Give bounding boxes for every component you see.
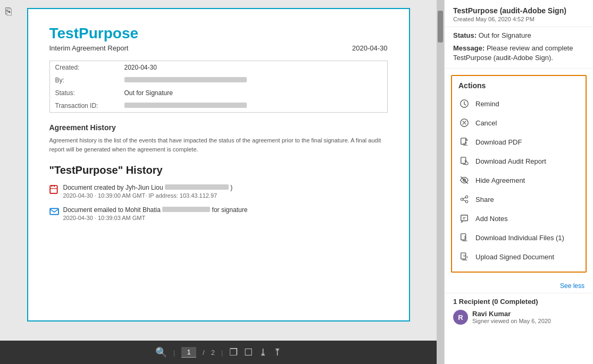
status-row: Status: Out for Signature [445,27,593,41]
svg-rect-11 [461,215,468,221]
history-item-1: Document created by Jyh-Jiun Liou ) 2020… [63,184,233,199]
recipient-name: Ravi Kumar [472,310,551,318]
remind-action[interactable]: Remind [452,94,586,113]
history-item-2-content: Document emailed to Mohit Bhatia for sig… [63,206,248,221]
history-item-2: Document emailed to Mohit Bhatia for sig… [49,206,388,221]
download-pdf-action[interactable]: Download PDF [452,132,586,151]
upload-signed-label: Upload Signed Document [475,253,554,261]
created-value: 2020-04-30 [119,61,387,74]
download-pdf-label: Download PDF [475,138,522,146]
meta-by-row: By: [50,74,387,87]
recipient-info: Ravi Kumar Signer viewed on May 6, 2020 [472,310,551,324]
remind-label: Remind [475,100,499,108]
right-panel: TestPurpose (audit-Adobe Sign) Created M… [444,0,593,364]
created-label: Created: [50,61,119,74]
actions-title: Actions [452,81,586,94]
page-input[interactable] [181,347,196,358]
doc-date: 2020-04-30 [352,44,388,52]
history-1-end: ) [230,184,232,191]
document-viewer: ⎘ TestPurpose Interim Agreement Report 2… [0,0,437,364]
svg-rect-0 [50,185,57,193]
message-row: Message: Please review and complete Test… [445,41,593,69]
by-value [119,74,387,87]
download-audit-action[interactable]: Download Audit Report [452,151,586,171]
fit-width-icon[interactable]: ☐ [244,346,253,358]
status-value: Out for Signature [119,87,387,99]
cancel-icon [458,117,470,129]
svg-point-10 [461,198,463,201]
page-total: / [203,349,205,357]
doc-created-icon [49,184,59,194]
share-icon [458,193,470,205]
history-2-date: 2020-04-30 · 10:39:03 AM GMT [63,215,248,221]
hide-icon [458,174,470,186]
add-notes-action[interactable]: Add Notes [452,209,586,228]
meta-status-row: Status: Out for Signature [50,87,387,99]
recipient-item: R Ravi Kumar Signer viewed on May 6, 202… [453,310,584,325]
fit-page-icon[interactable]: ❐ [229,346,238,358]
doc-created-date: Created May 06, 2020 4:52 PM [453,16,584,22]
copy-icon: ⎘ [5,5,12,18]
recipient-count: 1 Recipient (0 Completed) [453,298,584,306]
cancel-label: Cancel [475,119,497,127]
status-label: Status: [50,87,119,99]
svg-rect-4 [461,138,466,145]
history-2-text-end: for signature [212,206,248,214]
history-2-text-start: Document emailed to Mohit Bhatia [63,206,163,214]
toolbar-divider-2: | [221,349,223,357]
doc-page: TestPurpose Interim Agreement Report 202… [27,8,410,321]
doc-toolbar: 🔍 | / 2 | ❐ ☐ ⤓ ⤒ [0,341,437,364]
download-individual-icon [458,232,470,243]
download-audit-label: Download Audit Report [475,157,546,165]
scrollbar[interactable] [437,0,444,364]
toolbar-divider-1: | [173,349,175,357]
message-label: Message: [453,44,485,52]
hide-action[interactable]: Hide Agreement [452,171,586,190]
actions-panel: Actions Remind Cancel Download PDF [451,75,587,273]
notes-icon [458,213,470,224]
svg-point-6 [465,162,468,165]
history-item: Document created by Jyh-Jiun Liou ) 2020… [49,184,388,199]
recipient-section: 1 Recipient (0 Completed) R Ravi Kumar S… [445,293,593,329]
print-icon[interactable]: ⤒ [273,346,281,358]
status-value: Out for Signature [479,31,531,39]
svg-rect-1 [50,208,59,214]
right-panel-header: TestPurpose (audit-Adobe Sign) Created M… [445,0,593,27]
svg-point-8 [465,196,468,199]
transaction-label: Transaction ID: [50,99,119,112]
add-notes-label: Add Notes [475,215,508,223]
upload-signed-action[interactable]: Upload Signed Document [452,247,586,266]
history-2-redacted [162,207,210,212]
doc-scroll-area: ⎘ TestPurpose Interim Agreement Report 2… [0,0,437,341]
total-pages: 2 [211,349,215,357]
share-label: Share [475,196,494,204]
download-pdf-icon [458,136,470,148]
history-1-date: 2020-04-30 · 10:39:00 AM GMT· IP address… [63,192,233,199]
agreement-history-title: Agreement History [49,123,388,132]
cancel-action[interactable]: Cancel [452,113,586,132]
by-label: By: [50,74,119,87]
history-1-redacted [165,184,229,190]
download-individual-action[interactable]: Download Individual Files (1) [452,228,586,247]
meta-transaction-row: Transaction ID: [50,99,387,112]
transaction-redacted [124,103,247,108]
search-icon[interactable]: 🔍 [155,346,167,358]
share-action[interactable]: Share [452,190,586,209]
meta-created-row: Created: 2020-04-30 [50,61,387,74]
svg-point-9 [465,201,468,204]
remind-icon [458,98,470,109]
history-section-title: "TestPurpose" History [49,164,388,176]
recipient-status: Signer viewed on May 6, 2020 [472,318,551,324]
upload-signed-icon [458,251,470,263]
avatar: R [453,310,468,325]
doc-subtitle-row: Interim Agreement Report 2020-04-30 [49,44,388,52]
scroll-thumb[interactable] [438,11,443,43]
see-less-link[interactable]: See less [445,279,593,293]
download-individual-label: Download Individual Files (1) [475,234,564,242]
by-redacted [124,77,247,82]
hide-label: Hide Agreement [475,176,525,184]
history-1-text: Document created by Jyh-Jiun Liou [63,184,165,191]
status-label: Status: [453,31,477,39]
download-icon[interactable]: ⤓ [259,346,267,358]
email-icon [49,207,59,216]
